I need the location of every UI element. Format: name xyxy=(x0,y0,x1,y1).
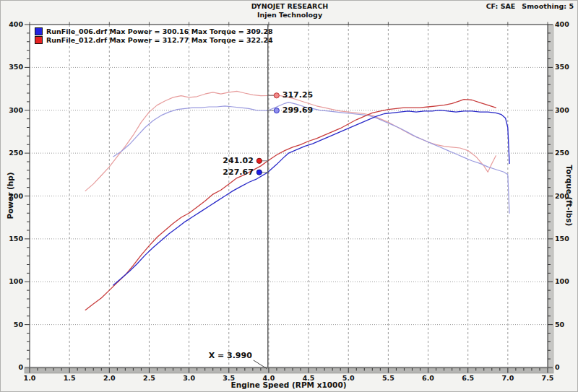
torque-tick-label: 400 xyxy=(555,20,577,28)
x-tick-label: 3.0 xyxy=(179,374,199,382)
x-tick-label: 4.5 xyxy=(298,374,319,382)
legend-run-text: RunFile_012.drf Max Power = 312.77 Max T… xyxy=(46,36,273,44)
dyno-chart-plot[interactable] xyxy=(1,1,578,392)
power-tick-label: 200 xyxy=(1,192,23,200)
x-tick-label: 3.5 xyxy=(219,374,239,382)
power-tick-label: 100 xyxy=(1,277,23,285)
run-color-swatch-blue xyxy=(35,27,43,35)
dyno-graph-window: DYNOJET RESEARCH Injen Technology CF: SA… xyxy=(0,0,578,392)
cursor-value-torque-blue: 299.69 xyxy=(282,105,313,116)
x-tick-label: 2.5 xyxy=(139,374,159,382)
torque-tick-label: 300 xyxy=(555,106,577,114)
power-tick-label: 50 xyxy=(1,321,23,328)
x-tick-label: 4.0 xyxy=(259,374,279,382)
runs-legend: RunFile_006.drf Max Power = 300.16 Max T… xyxy=(35,27,273,44)
torque-tick-label: 350 xyxy=(555,63,577,71)
x-tick-label: 2.0 xyxy=(99,374,119,382)
x-tick-label: 1.0 xyxy=(20,374,40,382)
cursor-value-power-blue: 227.67 xyxy=(209,167,254,178)
power-tick-label: 400 xyxy=(1,20,23,28)
power-tick-label: 350 xyxy=(1,63,23,71)
legend-item: RunFile_012.drf Max Power = 312.77 Max T… xyxy=(35,36,273,44)
x-tick-label: 5.5 xyxy=(378,374,398,382)
x-tick-label: 6.5 xyxy=(458,374,478,382)
x-tick-label: 5.0 xyxy=(338,374,358,382)
torque-tick-label: 0 xyxy=(555,363,577,371)
cursor-value-power-red: 241.02 xyxy=(209,156,254,166)
power-tick-label: 300 xyxy=(1,106,23,114)
power-tick-label: 0 xyxy=(1,363,23,371)
cursor-value-torque-red: 317.25 xyxy=(282,90,313,100)
legend-run-text: RunFile_006.drf Max Power = 300.16 Max T… xyxy=(46,27,273,35)
torque-tick-label: 100 xyxy=(555,277,577,285)
legend-item: RunFile_006.drf Max Power = 300.16 Max T… xyxy=(35,27,273,35)
torque-tick-label: 150 xyxy=(555,235,577,243)
torque-tick-label: 200 xyxy=(555,192,577,200)
power-tick-label: 150 xyxy=(1,235,23,243)
x-tick-label: 7.0 xyxy=(498,374,518,382)
x-tick-label: 1.5 xyxy=(59,374,79,382)
torque-tick-label: 50 xyxy=(555,321,577,328)
cursor-x-readout: X = 3.990 xyxy=(191,351,252,360)
x-tick-label: 6.0 xyxy=(418,374,439,382)
power-tick-label: 250 xyxy=(1,149,23,157)
x-tick-label: 7.5 xyxy=(538,374,558,382)
run-color-swatch-red xyxy=(35,36,43,44)
torque-tick-label: 250 xyxy=(555,149,577,157)
